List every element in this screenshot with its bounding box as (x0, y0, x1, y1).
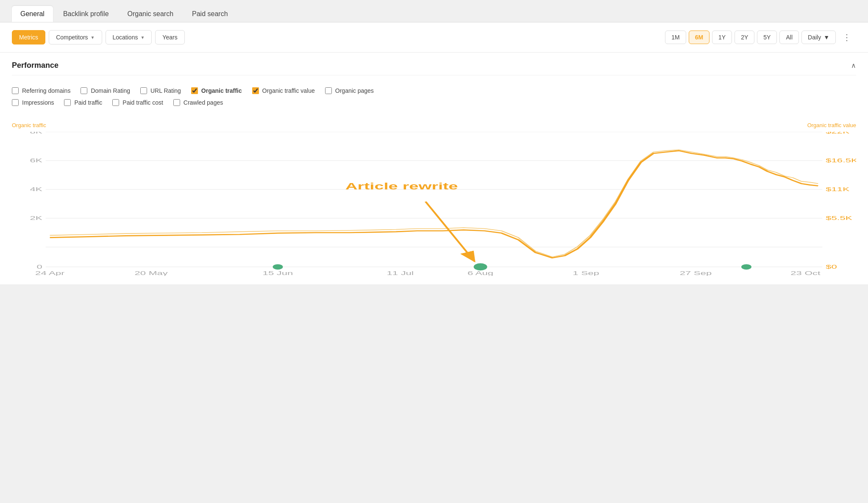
chart-wrapper: 8K 6K 4K 2K 0 $22K $16.5K $11K $5.5K $0 (12, 132, 856, 276)
checkbox-organic-pages[interactable]: Organic pages (325, 87, 374, 94)
svg-text:2K: 2K (30, 215, 42, 221)
chart-right-label: Organic traffic value (807, 122, 856, 128)
checkbox-referring-domains[interactable]: Referring domains (12, 87, 70, 94)
event-dot-1 (273, 264, 283, 270)
svg-text:15 Jun: 15 Jun (263, 270, 293, 276)
checkbox-organic-traffic[interactable]: Organic traffic (191, 87, 242, 94)
organic-traffic-value-input[interactable] (252, 87, 259, 94)
checkbox-url-rating[interactable]: URL Rating (140, 87, 181, 94)
organic-pages-input[interactable] (325, 87, 332, 94)
svg-text:$5.5K: $5.5K (826, 215, 852, 221)
tab-backlink[interactable]: Backlink profile (55, 6, 117, 22)
svg-text:6K: 6K (30, 158, 42, 164)
metrics-button[interactable]: Metrics (12, 30, 45, 44)
checkbox-domain-rating[interactable]: Domain Rating (81, 87, 130, 94)
chart-svg: 8K 6K 4K 2K 0 $22K $16.5K $11K $5.5K $0 (12, 132, 856, 276)
tab-paid[interactable]: Paid search (184, 6, 236, 22)
checkbox-row-2: Impressions Paid traffic Paid traffic co… (12, 99, 856, 106)
toolbar: Metrics Competitors ▼ Locations ▼ Years … (0, 22, 868, 53)
svg-text:27 Sep: 27 Sep (680, 270, 712, 276)
svg-text:8K: 8K (30, 132, 42, 135)
locations-button[interactable]: Locations ▼ (106, 30, 152, 44)
svg-text:$22K: $22K (826, 132, 849, 135)
time-1y-button[interactable]: 1Y (712, 31, 732, 44)
time-6m-button[interactable]: 6M (689, 31, 709, 44)
time-5y-button[interactable]: 5Y (757, 31, 777, 44)
competitors-chevron-icon: ▼ (91, 35, 95, 40)
competitors-button[interactable]: Competitors ▼ (49, 30, 102, 44)
toolbar-left: Metrics Competitors ▼ Locations ▼ Years (12, 30, 185, 44)
checkbox-impressions[interactable]: Impressions (12, 99, 54, 106)
time-1m-button[interactable]: 1M (665, 31, 686, 44)
event-dot-3 (741, 264, 751, 270)
performance-header: Performance ∧ (12, 61, 856, 75)
checkbox-paid-traffic[interactable]: Paid traffic (64, 99, 102, 106)
svg-text:23 Oct: 23 Oct (790, 270, 821, 276)
svg-text:24 Apr: 24 Apr (35, 270, 65, 276)
svg-text:$0: $0 (826, 264, 837, 270)
crawled-pages-input[interactable] (173, 99, 180, 106)
years-button[interactable]: Years (155, 30, 184, 44)
daily-chevron-icon: ▼ (823, 34, 829, 41)
url-rating-input[interactable] (140, 87, 147, 94)
organic-traffic-input[interactable] (191, 87, 198, 94)
tab-general[interactable]: General (12, 6, 53, 22)
chart-area: Organic traffic Organic traffic value 8K… (0, 118, 868, 284)
svg-line-16 (426, 202, 475, 261)
svg-text:$11K: $11K (826, 186, 849, 192)
domain-rating-input[interactable] (81, 87, 87, 94)
referring-domains-input[interactable] (12, 87, 19, 94)
performance-title: Performance (12, 61, 58, 70)
svg-text:1 Sep: 1 Sep (573, 270, 599, 276)
paid-traffic-input[interactable] (64, 99, 71, 106)
annotation-text: Article rewrite (345, 181, 458, 192)
collapse-button[interactable]: ∧ (851, 61, 856, 69)
top-nav: General Backlink profile Organic search … (0, 0, 868, 22)
daily-button[interactable]: Daily ▼ (801, 31, 836, 44)
paid-traffic-cost-input[interactable] (112, 99, 119, 106)
tab-organic[interactable]: Organic search (119, 6, 182, 22)
svg-text:$16.5K: $16.5K (826, 158, 856, 164)
svg-text:20 May: 20 May (135, 270, 168, 276)
time-all-button[interactable]: All (779, 31, 799, 44)
checkbox-crawled-pages[interactable]: Crawled pages (173, 99, 223, 106)
checkboxes-container: Referring domains Domain Rating URL Rati… (0, 83, 868, 118)
svg-text:4K: 4K (30, 186, 42, 192)
performance-section: Performance ∧ (0, 53, 868, 75)
time-2y-button[interactable]: 2Y (734, 31, 754, 44)
more-options-button[interactable]: ⋮ (838, 29, 856, 45)
event-dot-2 (474, 263, 487, 270)
svg-text:0: 0 (36, 264, 42, 270)
checkbox-paid-traffic-cost[interactable]: Paid traffic cost (112, 99, 163, 106)
locations-chevron-icon: ▼ (140, 35, 145, 40)
checkbox-row-1: Referring domains Domain Rating URL Rati… (12, 87, 856, 94)
svg-text:6 Aug: 6 Aug (467, 270, 493, 276)
chart-labels-top: Organic traffic Organic traffic value (12, 122, 856, 128)
chart-left-label: Organic traffic (12, 122, 46, 128)
svg-text:11 Jul: 11 Jul (387, 270, 414, 276)
toolbar-right: 1M 6M 1Y 2Y 5Y All Daily ▼ ⋮ (665, 29, 856, 45)
main-content: Metrics Competitors ▼ Locations ▼ Years … (0, 22, 868, 284)
checkbox-organic-traffic-value[interactable]: Organic traffic value (252, 87, 315, 94)
impressions-input[interactable] (12, 99, 19, 106)
app-container: General Backlink profile Organic search … (0, 0, 868, 503)
